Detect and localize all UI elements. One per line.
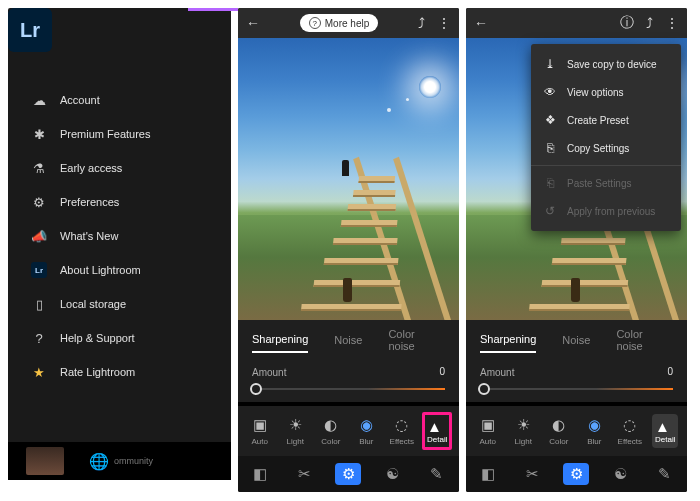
tool-effects[interactable]: ◌Effects xyxy=(615,416,645,446)
amount-slider[interactable] xyxy=(252,388,445,390)
slider-thumb[interactable] xyxy=(478,383,490,395)
more-help-pill[interactable]: ? More help xyxy=(300,14,378,32)
tool-color[interactable]: ◐Color xyxy=(544,416,574,446)
tool-light[interactable]: ☀Light xyxy=(508,416,538,446)
bottle-object xyxy=(571,278,580,302)
sidebar-item-label: About Lightroom xyxy=(60,264,141,276)
nav-edit-icon[interactable]: ⚙ xyxy=(335,463,361,485)
tool-light[interactable]: ☀Light xyxy=(280,416,310,446)
accent-bar xyxy=(188,8,238,11)
amount-value: 0 xyxy=(667,366,673,377)
tool-auto[interactable]: ▣Auto xyxy=(473,416,503,446)
effects-icon: ◌ xyxy=(623,416,636,434)
sidebar-item-label: Rate Lightroom xyxy=(60,366,135,378)
sidebar-item-label: Local storage xyxy=(60,298,126,310)
eye-icon: 👁 xyxy=(543,85,557,99)
bottom-nav: ◧ ✂ ⚙ ☯ ✎ xyxy=(466,456,687,492)
tab-sharpening[interactable]: Sharpening xyxy=(252,327,308,353)
back-icon[interactable]: ← xyxy=(474,15,488,31)
ctx-apply-previous: ↺ Apply from previous xyxy=(531,197,681,225)
edit-tool-row: ▣Auto ☀Light ◐Color ◉Blur ◌Effects ▲ Det… xyxy=(466,406,687,456)
help-icon: ? xyxy=(28,331,50,346)
sidebar-item-rate[interactable]: ★ Rate Lightroom xyxy=(8,355,231,389)
nav-heal-icon[interactable]: ✎ xyxy=(652,463,678,485)
sidebar-item-account[interactable]: ☁ Account xyxy=(8,83,231,117)
context-menu: ⤓ Save copy to device 👁 View options ❖ C… xyxy=(531,44,681,231)
amount-slider[interactable] xyxy=(480,388,673,390)
light-icon: ☀ xyxy=(517,416,530,434)
download-icon: ⤓ xyxy=(543,57,557,71)
back-icon[interactable]: ← xyxy=(246,15,260,31)
sidebar-item-label: What's New xyxy=(60,230,118,242)
tool-color[interactable]: ◐Color xyxy=(316,416,346,446)
sidebar-item-about[interactable]: Lr About Lightroom xyxy=(8,253,231,287)
ctx-paste-settings: ⎗ Paste Settings xyxy=(531,169,681,197)
color-icon: ◐ xyxy=(552,416,565,434)
tool-detail[interactable]: ▲ Detail xyxy=(422,412,452,450)
nav-masking-icon[interactable]: ☯ xyxy=(608,463,634,485)
tool-effects[interactable]: ◌Effects xyxy=(387,416,417,446)
editor-topbar: ← ⓘ ⤴ ⋮ xyxy=(466,8,687,38)
tool-blur[interactable]: ◉Blur xyxy=(579,416,609,446)
megaphone-icon: 📣 xyxy=(28,229,50,244)
ctx-save-copy[interactable]: ⤓ Save copy to device xyxy=(531,50,681,78)
effects-icon: ◌ xyxy=(395,416,408,434)
share-icon[interactable]: ⤴ xyxy=(418,15,425,31)
sidebar-item-local-storage[interactable]: ▯ Local storage xyxy=(8,287,231,321)
copy-icon: ⎘ xyxy=(543,141,557,155)
ctx-create-preset[interactable]: ❖ Create Preset xyxy=(531,106,681,134)
photo-preview[interactable] xyxy=(238,38,459,320)
amount-label: Amount xyxy=(252,367,286,378)
tool-auto[interactable]: ▣Auto xyxy=(245,416,275,446)
sidebar-item-early-access[interactable]: ⚗ Early access xyxy=(8,151,231,185)
sidebar-item-label: Premium Features xyxy=(60,128,150,140)
sidebar-menu: ☁ Account ✱ Premium Features ⚗ Early acc… xyxy=(8,83,231,389)
nav-presets-icon[interactable]: ◧ xyxy=(475,463,501,485)
detail-icon: ▲ xyxy=(427,418,442,435)
phone-screen-context-menu: ← ⓘ ⤴ ⋮ ⤓ Save copy to device xyxy=(466,8,687,492)
sidebar-item-preferences[interactable]: ⚙ Preferences xyxy=(8,185,231,219)
apply-icon: ↺ xyxy=(543,204,557,218)
bottom-nav: ◧ ✂ ⚙ ☯ ✎ xyxy=(238,456,459,492)
phone-screen-detail: ← ? More help ⤴ ⋮ Sharpen xyxy=(238,8,459,492)
sidebar-item-whats-new[interactable]: 📣 What's New xyxy=(8,219,231,253)
wooden-stairs xyxy=(312,168,459,320)
star-icon: ★ xyxy=(28,365,50,380)
tab-sharpening[interactable]: Sharpening xyxy=(480,327,536,353)
bottle-object xyxy=(343,278,352,302)
edit-tool-row: ▣Auto ☀Light ◐Color ◉Blur ◌Effects ▲ Det… xyxy=(238,406,459,456)
community-label: ommunity xyxy=(114,456,153,466)
nav-presets-icon[interactable]: ◧ xyxy=(247,463,273,485)
cloud-icon: ☁ xyxy=(28,93,50,108)
ctx-copy-settings[interactable]: ⎘ Copy Settings xyxy=(531,134,681,162)
tab-noise[interactable]: Noise xyxy=(334,328,362,352)
avatar[interactable] xyxy=(26,447,64,475)
slider-thumb[interactable] xyxy=(250,383,262,395)
nav-crop-icon[interactable]: ✂ xyxy=(519,463,545,485)
nav-edit-icon[interactable]: ⚙ xyxy=(563,463,589,485)
help-icon: ? xyxy=(309,17,321,29)
tab-color-noise[interactable]: Color noise xyxy=(388,322,419,358)
nav-crop-icon[interactable]: ✂ xyxy=(291,463,317,485)
blur-icon: ◉ xyxy=(360,416,373,434)
sidebar-item-premium[interactable]: ✱ Premium Features xyxy=(8,117,231,151)
more-icon[interactable]: ⋮ xyxy=(665,15,679,31)
amount-value: 0 xyxy=(439,366,445,377)
help-circle-icon[interactable]: ⓘ xyxy=(620,14,634,32)
tab-color-noise[interactable]: Color noise xyxy=(616,322,647,358)
nav-masking-icon[interactable]: ☯ xyxy=(380,463,406,485)
tab-noise[interactable]: Noise xyxy=(562,328,590,352)
menu-divider xyxy=(531,165,681,166)
more-help-label: More help xyxy=(325,18,369,29)
ctx-view-options[interactable]: 👁 View options xyxy=(531,78,681,106)
tool-detail[interactable]: ▲ Detail xyxy=(650,414,680,448)
lr-mini-icon: Lr xyxy=(28,262,50,278)
tool-blur[interactable]: ◉Blur xyxy=(351,416,381,446)
sidebar-footer: 🌐 ommunity xyxy=(8,442,231,480)
more-icon[interactable]: ⋮ xyxy=(437,15,451,31)
paste-icon: ⎗ xyxy=(543,176,557,190)
globe-icon[interactable]: 🌐 xyxy=(89,452,109,471)
share-icon[interactable]: ⤴ xyxy=(646,15,653,31)
sidebar-item-help[interactable]: ? Help & Support xyxy=(8,321,231,355)
nav-heal-icon[interactable]: ✎ xyxy=(424,463,450,485)
